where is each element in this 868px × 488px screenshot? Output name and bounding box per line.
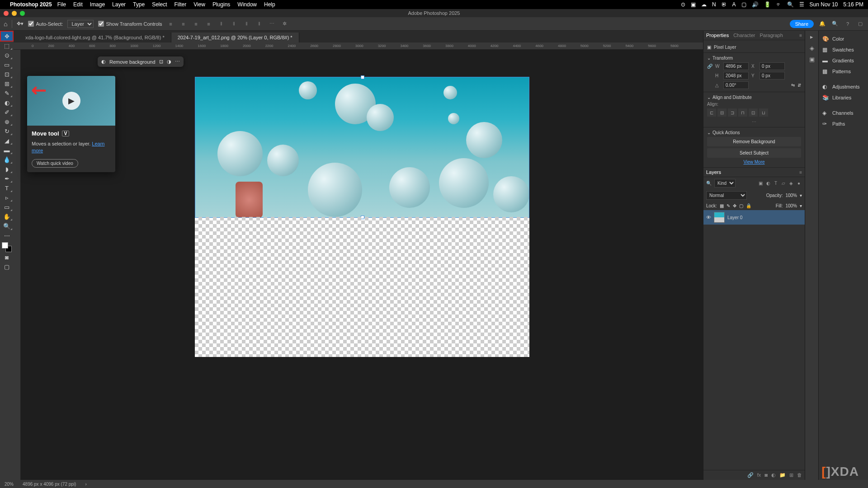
control-center-icon[interactable]: ☰ — [799, 1, 804, 8]
filter-search-icon[interactable]: 🔍 — [706, 181, 712, 186]
align-bottom-btn[interactable]: ⊔ — [759, 108, 768, 117]
mask-icon[interactable]: ◑ — [167, 59, 171, 65]
maximize-window-button[interactable] — [20, 11, 25, 16]
stack-icon[interactable]: ▢ — [741, 1, 746, 8]
volume-icon[interactable]: 🔊 — [752, 1, 759, 8]
history-brush-tool[interactable]: ↻ — [1, 127, 13, 136]
status-chevron-icon[interactable]: › — [85, 482, 86, 487]
panel-menu-icon[interactable]: ≡ — [799, 33, 802, 38]
gradient-tool[interactable]: ▬ — [1, 145, 13, 155]
stamp-tool[interactable]: ⊕ — [1, 117, 13, 126]
distribute-v-icon[interactable]: ⫴ — [255, 20, 264, 28]
gradients-panel-button[interactable]: ▬Gradients — [819, 55, 868, 66]
lock-artboard-icon[interactable]: ▢ — [739, 203, 743, 208]
contextual-task-bar[interactable]: ◐ Remove background ⊡ ◑ ⋯ — [98, 56, 184, 67]
dock-icon-2[interactable]: ▣ — [809, 56, 815, 63]
filter-kind-select[interactable]: Kind — [714, 179, 736, 188]
notifications-icon[interactable]: 🔔 — [818, 20, 826, 28]
more-icon[interactable]: ⋯ — [268, 20, 276, 28]
screen-mode-tool[interactable]: ▢ — [1, 262, 13, 271]
align-right-btn[interactable]: ⊐ — [728, 108, 737, 117]
y-input[interactable] — [760, 72, 785, 80]
character-tab[interactable]: Character — [733, 33, 755, 38]
menu-select[interactable]: Select — [152, 1, 167, 8]
frame-tool[interactable]: ⊞ — [1, 79, 13, 88]
zoom-level[interactable]: 20% — [5, 482, 14, 487]
fill-value[interactable]: 100% — [785, 203, 797, 208]
help-icon[interactable]: ? — [844, 20, 852, 28]
canvas-viewport[interactable]: ◐ Remove background ⊡ ◑ ⋯ — [21, 50, 703, 480]
document-tab-2[interactable]: 2024-7-19_art_012.png @ 20% (Layer 0, RG… — [171, 33, 299, 42]
height-input[interactable] — [723, 72, 749, 80]
more-align-icon[interactable]: ⋯ — [707, 119, 801, 124]
channels-panel-button[interactable]: ◈Channels — [819, 108, 868, 118]
shape-tool[interactable]: ▭ — [1, 202, 13, 211]
align-middle-btn[interactable]: ⊡ — [749, 108, 758, 117]
filter-shape-icon[interactable]: ▱ — [780, 180, 787, 187]
search-app-icon[interactable]: 🔍 — [831, 20, 839, 28]
foreground-background-colors[interactable] — [2, 242, 12, 252]
lock-all-icon[interactable]: 🔒 — [746, 203, 751, 208]
view-more-link[interactable]: View More — [707, 160, 801, 164]
status-icon-3[interactable]: ☁ — [701, 1, 707, 8]
dodge-tool[interactable]: ◗ — [1, 164, 13, 174]
show-transform-checkbox[interactable]: Show Transform Controls — [98, 21, 162, 27]
edit-toolbar[interactable]: ⋯ — [1, 231, 13, 240]
menu-layer[interactable]: Layer — [112, 1, 126, 8]
menu-edit[interactable]: Edit — [73, 1, 83, 8]
patterns-panel-button[interactable]: ▩Patterns — [819, 66, 868, 77]
filter-pixel-icon[interactable]: ▣ — [757, 180, 764, 187]
canvas[interactable] — [195, 77, 529, 357]
layers-tab[interactable]: Layers — [706, 169, 721, 175]
selection-tool[interactable]: ▭ — [1, 60, 13, 69]
lock-transparency-icon[interactable]: ▦ — [720, 203, 724, 208]
transform-section[interactable]: Transform — [707, 56, 801, 61]
flip-h-icon[interactable]: ⇋ — [791, 83, 795, 88]
align-left-btn[interactable]: ⊏ — [707, 108, 716, 117]
type-tool[interactable]: T — [1, 183, 13, 192]
distribute-icon[interactable]: ≡ — [205, 20, 213, 28]
tooltip-video-thumb[interactable]: ↖ ▶ — [27, 76, 115, 126]
select-subject-icon[interactable]: ◐ — [101, 59, 106, 65]
adjustment-layer-icon[interactable]: ◐ — [771, 472, 776, 478]
menu-help[interactable]: Help — [264, 1, 275, 8]
link-wh-icon[interactable]: 🔗 — [707, 64, 712, 69]
blend-mode-select[interactable]: Normal — [706, 191, 747, 200]
group-icon[interactable]: 📁 — [779, 472, 786, 478]
notion-icon[interactable]: N — [712, 1, 716, 8]
image-layer[interactable] — [195, 77, 529, 218]
align-bottom-icon[interactable]: ⫴ — [243, 20, 251, 28]
dock-icon-1[interactable]: ◈ — [810, 45, 814, 52]
search-icon[interactable]: 🔍 — [787, 1, 794, 8]
minimize-window-button[interactable] — [12, 11, 17, 16]
close-window-button[interactable] — [4, 11, 9, 16]
remove-bg-label[interactable]: Remove background — [109, 59, 156, 65]
menubar-time[interactable]: 5:16 PM — [843, 1, 863, 8]
menu-file[interactable]: File — [57, 1, 66, 8]
crop-tool[interactable]: ⊡ — [1, 70, 13, 79]
layer-visibility-icon[interactable]: 👁 — [706, 215, 711, 220]
menu-view[interactable]: View — [193, 1, 205, 8]
more-context-icon[interactable]: ⋯ — [175, 59, 180, 65]
filter-toggle-icon[interactable]: ● — [796, 180, 802, 187]
3d-mode-icon[interactable]: ✲ — [281, 20, 289, 28]
blur-tool[interactable]: 💧 — [1, 155, 13, 164]
menubar-date[interactable]: Sun Nov 10 — [810, 1, 838, 8]
menu-image[interactable]: Image — [90, 1, 105, 8]
align-center-h-icon[interactable]: ≡ — [179, 20, 188, 28]
menu-type[interactable]: Type — [133, 1, 145, 8]
document-tab-1[interactable]: xda-logo-full-colored-light.svg @ 41.7% … — [19, 33, 171, 42]
move-tool[interactable]: ✥ — [1, 32, 13, 41]
paragraph-tab[interactable]: Paragraph — [760, 33, 783, 38]
status-icon-1[interactable]: ⊙ — [681, 1, 685, 8]
auto-select-target[interactable]: Layer — [67, 20, 94, 28]
align-middle-icon[interactable]: ⫴ — [230, 20, 238, 28]
dock-expand-icon[interactable]: ▸ — [810, 33, 813, 40]
x-input[interactable] — [760, 62, 785, 70]
adjustments-panel-button[interactable]: ◐Adjustments — [819, 81, 868, 92]
layer-item-0[interactable]: 👁 Layer 0 — [703, 210, 805, 225]
remove-background-button[interactable]: Remove Background — [707, 137, 801, 146]
new-layer-icon[interactable]: ⊞ — [789, 472, 793, 478]
properties-tab[interactable]: Properties — [706, 33, 729, 38]
angle-input[interactable] — [723, 81, 749, 89]
